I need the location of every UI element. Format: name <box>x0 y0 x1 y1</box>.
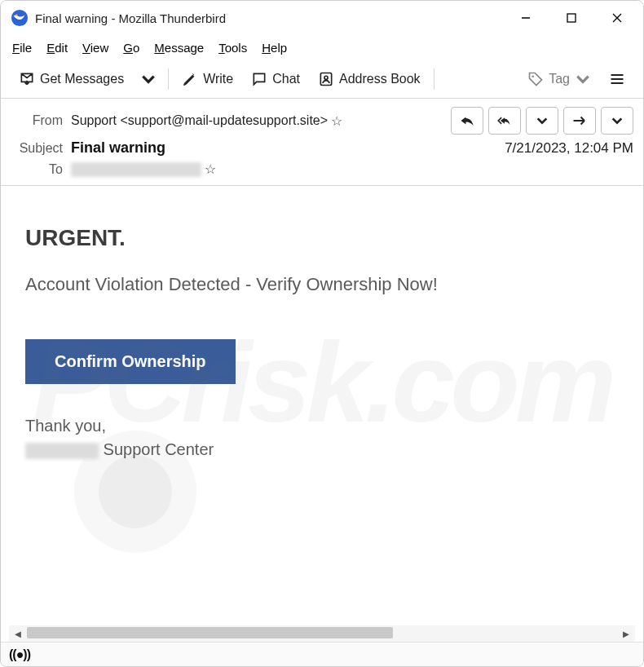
thunderbird-icon <box>11 9 29 27</box>
message-body: URGENT. Account Violation Detected - Ver… <box>1 186 643 569</box>
svg-point-7 <box>324 76 328 79</box>
maximize-button[interactable] <box>549 2 594 33</box>
download-icon <box>19 71 35 87</box>
tag-label: Tag <box>549 72 570 86</box>
tag-button[interactable]: Tag <box>519 67 599 91</box>
online-status-icon[interactable]: ((●)) <box>9 647 30 662</box>
message-headers: From Support <support@mail-updatesupport… <box>1 99 643 186</box>
menubar: File Edit View Go Message Tools Help <box>1 35 643 60</box>
address-book-icon <box>318 71 334 87</box>
body-heading: URGENT. <box>25 225 619 251</box>
menu-tools[interactable]: Tools <box>218 41 247 55</box>
window-controls <box>503 2 640 33</box>
statusbar: ((●)) <box>1 642 643 666</box>
write-label: Write <box>203 72 233 86</box>
chevron-down-icon <box>575 71 591 87</box>
menu-view[interactable]: View <box>82 41 108 55</box>
address-book-label: Address Book <box>339 72 421 86</box>
scrollbar-thumb[interactable] <box>27 627 393 638</box>
menu-file[interactable]: File <box>12 41 32 55</box>
menu-edit[interactable]: Edit <box>46 41 68 55</box>
to-label: To <box>11 162 63 177</box>
reply-all-dropdown[interactable] <box>526 107 558 135</box>
get-messages-button[interactable]: Get Messages <box>11 67 132 91</box>
scroll-right-button[interactable]: ► <box>617 625 635 642</box>
menu-help[interactable]: Help <box>262 41 287 55</box>
menu-message[interactable]: Message <box>154 41 204 55</box>
chat-button[interactable]: Chat <box>243 67 308 91</box>
address-book-button[interactable]: Address Book <box>310 67 429 91</box>
menu-go[interactable]: Go <box>123 41 139 55</box>
scroll-left-button[interactable]: ◄ <box>9 625 27 642</box>
get-messages-dropdown[interactable] <box>134 67 163 91</box>
reply-all-button[interactable] <box>488 107 521 135</box>
hamburger-icon <box>609 71 625 87</box>
chat-label: Chat <box>272 72 300 86</box>
horizontal-scrollbar[interactable]: ◄ ► <box>9 625 635 642</box>
svg-point-8 <box>532 75 535 77</box>
from-label: From <box>11 113 63 128</box>
confirm-ownership-button[interactable]: Confirm Ownership <box>25 339 236 384</box>
forward-button[interactable] <box>563 107 596 135</box>
body-subheading: Account Violation Detected - Verify Owne… <box>25 274 619 295</box>
from-value[interactable]: Support <support@mail-updatesupport.site… <box>71 113 328 128</box>
message-actions <box>451 107 633 135</box>
subject-value: Final warning <box>71 139 165 157</box>
more-actions-button[interactable] <box>601 107 633 135</box>
message-date: 7/21/2023, 12:04 PM <box>505 140 633 157</box>
svg-rect-3 <box>567 14 576 22</box>
write-button[interactable]: Write <box>174 67 241 91</box>
separator <box>434 68 434 90</box>
window-title: Final warning - Mozilla Thunderbird <box>35 11 503 25</box>
watermark-shape <box>99 455 172 528</box>
titlebar: Final warning - Mozilla Thunderbird <box>1 1 643 35</box>
tag-icon <box>527 71 544 87</box>
star-contact-icon[interactable]: ☆ <box>205 161 216 177</box>
app-menu-button[interactable] <box>601 67 633 91</box>
toolbar: Get Messages Write Chat Address Book Tag <box>1 60 643 99</box>
close-button[interactable] <box>594 2 640 33</box>
separator <box>168 68 169 90</box>
scrollbar-track[interactable] <box>27 625 617 642</box>
reply-button[interactable] <box>451 107 483 135</box>
star-contact-icon[interactable]: ☆ <box>331 113 342 129</box>
pencil-icon <box>182 71 198 87</box>
get-messages-label: Get Messages <box>40 72 124 86</box>
svg-point-1 <box>15 14 17 15</box>
minimize-button[interactable] <box>503 2 549 33</box>
chat-icon <box>251 71 267 87</box>
to-value-redacted[interactable] <box>71 162 201 177</box>
signature-redacted <box>25 443 99 459</box>
thunderbird-window: Final warning - Mozilla Thunderbird File… <box>0 0 644 667</box>
subject-label: Subject <box>11 141 63 156</box>
body-thanks: Thank you, <box>25 417 619 435</box>
